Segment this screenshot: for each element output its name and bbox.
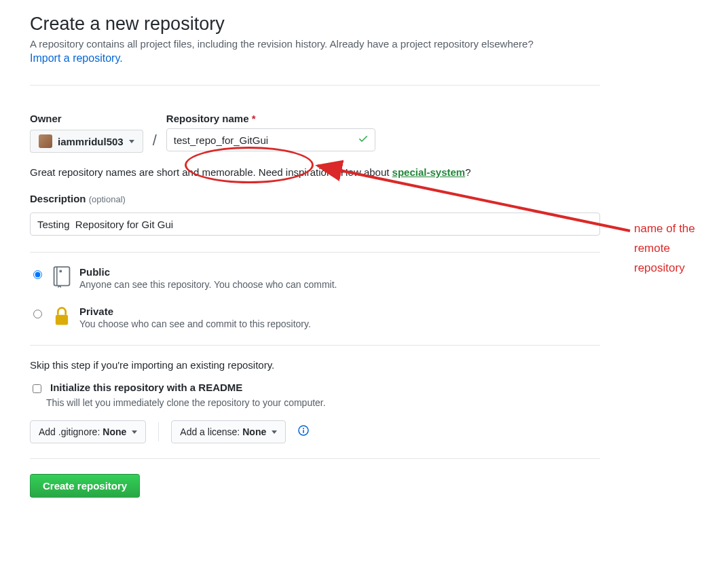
caret-down-icon: [129, 140, 134, 143]
info-icon[interactable]: [298, 425, 309, 439]
hint-suffix: ?: [465, 166, 470, 178]
private-title: Private: [79, 306, 311, 317]
import-repository-link[interactable]: Import a repository.: [30, 52, 123, 64]
description-label-text: Description: [30, 193, 86, 204]
suggestion-link[interactable]: special-system: [392, 166, 466, 178]
svg-point-5: [303, 428, 304, 429]
annotation-text: name of the remote repository: [634, 219, 723, 278]
svg-rect-2: [60, 270, 62, 272]
svg-rect-3: [56, 315, 68, 325]
page-subhead: A repository contains all project files,…: [30, 38, 600, 50]
divider: [30, 345, 600, 346]
vertical-divider: [158, 422, 159, 441]
create-repository-button[interactable]: Create repository: [30, 474, 140, 498]
gitignore-label: Add .gitignore:: [39, 426, 100, 437]
optional-text: (optional): [89, 194, 126, 204]
annotation-ellipse-repo-name: [185, 147, 314, 183]
owner-username: iammridul503: [58, 136, 124, 147]
readme-title: Initialize this repository with a README: [50, 382, 242, 393]
gitignore-value: None: [103, 426, 126, 437]
divider: [30, 252, 600, 253]
checkmark-icon: [358, 133, 369, 147]
description-input[interactable]: [30, 213, 600, 236]
owner-label: Owner: [30, 113, 143, 124]
divider: [30, 458, 600, 459]
caret-down-icon: [132, 430, 137, 434]
repo-name-hint: Great repository names are short and mem…: [30, 166, 600, 178]
caret-down-icon: [272, 430, 277, 434]
repo-name-label: Repository name *: [166, 113, 375, 124]
public-description: Anyone can see this repository. You choo…: [79, 279, 337, 290]
subhead-text: A repository contains all project files,…: [30, 38, 534, 50]
path-separator: /: [153, 117, 157, 149]
lock-icon: [52, 306, 71, 330]
public-title: Public: [79, 266, 337, 278]
license-select[interactable]: Add a license: None: [171, 420, 286, 443]
repo-icon: [52, 266, 71, 291]
repo-name-label-text: Repository name: [166, 113, 249, 124]
license-value: None: [242, 426, 266, 437]
gitignore-select[interactable]: Add .gitignore: None: [30, 420, 146, 443]
svg-rect-1: [56, 267, 58, 285]
description-label: Description (optional): [30, 193, 600, 204]
owner-select-button[interactable]: iammridul503: [30, 130, 143, 153]
svg-rect-6: [303, 430, 304, 433]
divider: [30, 85, 600, 86]
readme-description: This will let you immediately clone the …: [46, 397, 600, 408]
avatar: [39, 134, 52, 148]
readme-checkbox[interactable]: [33, 384, 41, 393]
skip-text: Skip this step if you're importing an ex…: [30, 359, 600, 371]
private-radio[interactable]: [33, 310, 42, 318]
private-description: You choose who can see and commit to thi…: [79, 318, 311, 329]
public-radio[interactable]: [33, 270, 42, 279]
required-marker: *: [252, 113, 256, 124]
page-title: Create a new repository: [30, 14, 600, 35]
license-label: Add a license:: [180, 426, 240, 437]
